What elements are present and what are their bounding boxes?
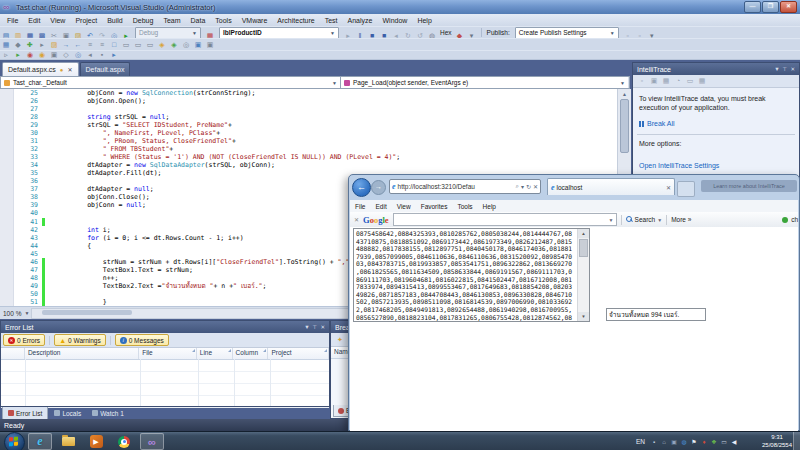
tray-icon[interactable]: ◀ [730, 438, 738, 446]
menu-debug[interactable]: Debug [128, 17, 159, 24]
taskbar-chrome-button[interactable] [112, 433, 136, 450]
column-header-line[interactable]: Line [197, 348, 233, 359]
publish-combo[interactable]: Create Publish Settings▼ [515, 27, 619, 39]
toolbar-icon[interactable]: ≡ [85, 40, 95, 50]
toolbar-icon[interactable]: ▸ [37, 40, 47, 50]
start-button[interactable] [4, 432, 25, 450]
toolbar-icon[interactable]: ▸ [13, 50, 23, 60]
intellitrace-tool-icon[interactable]: ▦ [697, 76, 707, 86]
menu-project[interactable]: Project [70, 17, 102, 24]
tray-icon[interactable]: ◍ [680, 438, 688, 446]
toolbar-icon[interactable]: ✚ [25, 40, 35, 50]
pin-icon[interactable]: ⊤ [783, 66, 788, 72]
tray-icon[interactable]: ▭ [720, 438, 728, 446]
errors-filter-button[interactable]: ✕ 0 Errors [3, 334, 45, 346]
tab-watch-1[interactable]: Watch 1 [87, 407, 129, 419]
toolbar-icon[interactable]: ▣ [205, 40, 215, 50]
menu-team[interactable]: Team [158, 17, 185, 24]
taskbar-clock[interactable]: 9:31 25/08/2554 [762, 433, 792, 449]
count-textbox[interactable]: จำนวนทั้งหมด 994 เบอร์. [606, 308, 706, 321]
scrollbar-thumb[interactable] [620, 99, 629, 153]
ie-menu-favorites[interactable]: Favorites [416, 203, 453, 210]
toolbar-icon[interactable]: ▣ [49, 50, 59, 60]
account-chip[interactable]: ch [791, 216, 798, 223]
ie-menu-file[interactable]: File [350, 203, 370, 210]
minimize-button[interactable]: — [744, 1, 761, 13]
chevron-down-icon[interactable]: ▾ [521, 183, 524, 190]
ie-menu-view[interactable]: View [392, 203, 416, 210]
error-list-grid[interactable]: DescriptionFileLineColumnProject [1, 348, 329, 406]
textarea-scrollbar[interactable]: ▲ ▼ [577, 229, 589, 321]
toolbar-icon[interactable]: ≡ [97, 40, 107, 50]
tab-close-icon[interactable]: ✕ [666, 184, 671, 191]
toolbar-icon[interactable]: ◎ [73, 50, 83, 60]
ie-menu-edit[interactable]: Edit [370, 203, 391, 210]
toolbar-icon[interactable]: ◂ [85, 50, 95, 60]
browser-tab-localhost[interactable]: e localhost ✕ [547, 178, 675, 195]
find-combo[interactable]: lblProductID▼ [219, 27, 339, 39]
tray-icon[interactable]: ⌂ [660, 438, 668, 446]
menu-test[interactable]: Test [320, 17, 343, 24]
toolbar-icon[interactable]: ▭ [145, 40, 155, 50]
toolbar-icon[interactable]: → [61, 40, 71, 50]
phone-numbers-textarea[interactable]: 0875458642,0884325393,0810285762,0805038… [353, 228, 590, 322]
maximize-button[interactable]: ❐ [762, 1, 779, 13]
toolbar-icon[interactable]: ◎ [181, 40, 191, 50]
menu-file[interactable]: File [2, 17, 23, 24]
stop-icon[interactable]: ✕ [533, 183, 538, 190]
scroll-up-arrow-icon[interactable]: ▲ [618, 89, 631, 99]
toolbar-icon[interactable]: ◈ [157, 40, 167, 50]
show-desktop-button[interactable] [793, 432, 800, 450]
intellitrace-tool-icon[interactable]: ◔ [673, 76, 683, 86]
toolbar-icon[interactable]: ◉ [25, 50, 35, 60]
warnings-filter-button[interactable]: ▲ 0 Warnings [54, 334, 106, 346]
toolbar-icon[interactable]: ▹ [1, 50, 11, 60]
taskbar-visual-studio-button[interactable]: ∞ [140, 433, 164, 450]
google-search-input[interactable]: ▼ [393, 213, 617, 226]
toolbar-icon[interactable]: ▭ [121, 40, 131, 50]
error-list-titlebar[interactable]: Error List ▼⊤✕ [1, 321, 329, 333]
tray-icon[interactable]: ▣ [670, 438, 678, 446]
toolbar-icon[interactable]: ▨ [49, 40, 59, 50]
tray-icon[interactable]: ❖ [710, 438, 718, 446]
intellitrace-tool-icon[interactable]: ▦ [661, 76, 671, 86]
more-menu[interactable]: More » [671, 216, 691, 223]
address-bar[interactable]: e http://localhost:3210/Defau ⌕ ▾ ↻ ✕ [389, 179, 541, 194]
toolbar-icon[interactable]: ▦ [1, 40, 11, 50]
tray-icon[interactable]: ⚑ [690, 438, 698, 446]
forward-button[interactable]: → [371, 180, 386, 195]
intellitrace-tool-icon[interactable]: ▣ [649, 76, 659, 86]
toolbar-icon[interactable]: ◈ [169, 40, 179, 50]
toolbar-icon[interactable]: ◇ [61, 50, 71, 60]
toolbar-icon[interactable]: ▣ [193, 40, 203, 50]
toolbar-icon[interactable]: ▪ [97, 50, 107, 60]
scroll-down-arrow-icon[interactable]: ▼ [578, 312, 589, 321]
window-position-icon[interactable]: ▼ [774, 66, 779, 72]
tray-icon[interactable]: ♦ [700, 438, 708, 446]
zoom-level[interactable]: 100 % [0, 310, 24, 317]
menu-tools[interactable]: Tools [210, 17, 236, 24]
zoom-dropdown-icon[interactable]: ▼ [24, 310, 29, 316]
intellitrace-tool-icon[interactable]: ▭ [685, 76, 695, 86]
menu-analyze[interactable]: Analyze [343, 17, 378, 24]
pin-icon[interactable]: ⊤ [313, 324, 318, 330]
close-icon[interactable]: ✕ [320, 324, 325, 330]
menu-edit[interactable]: Edit [23, 17, 45, 24]
menu-architecture[interactable]: Architecture [272, 17, 319, 24]
toolbar-icon[interactable]: ◆ [13, 40, 23, 50]
back-button[interactable]: ← [352, 178, 371, 197]
break-all-link[interactable]: Break All [633, 112, 799, 127]
taskbar-media-player-button[interactable]: ▶ [84, 433, 108, 450]
menu-vmware[interactable]: VMware [237, 17, 273, 24]
toolbar-icon[interactable]: ▸ [109, 50, 119, 60]
scroll-up-arrow-icon[interactable]: ▲ [578, 229, 589, 238]
taskbar-explorer-button[interactable] [56, 433, 80, 450]
menu-view[interactable]: View [45, 17, 70, 24]
menu-help[interactable]: Help [412, 17, 436, 24]
column-header-description[interactable]: Description [25, 348, 139, 359]
ie-window[interactable]: ← → e http://localhost:3210/Defau ⌕ ▾ ↻ … [348, 174, 800, 431]
toolbar-icon[interactable]: □ [109, 40, 119, 50]
ie-menu-tools[interactable]: Tools [452, 203, 477, 210]
hex-button[interactable]: Hex [440, 29, 452, 36]
column-header-project[interactable]: Project [268, 348, 329, 359]
